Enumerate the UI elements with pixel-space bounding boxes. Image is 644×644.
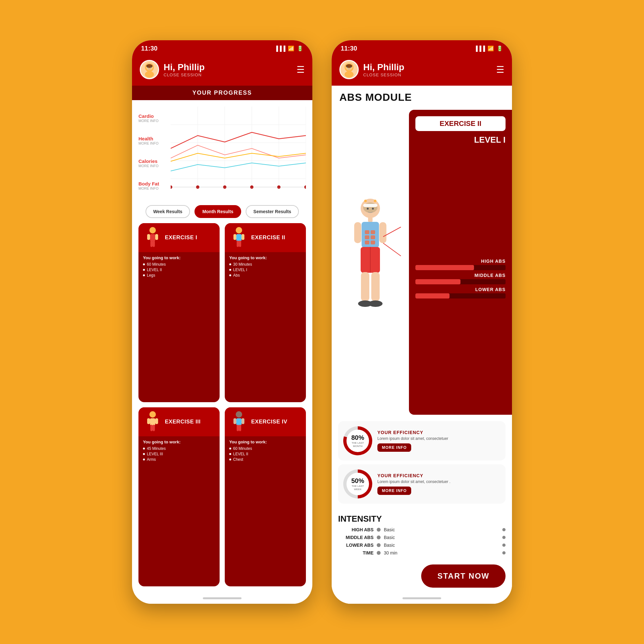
svg-point-40 [236,411,242,418]
menu-button-2[interactable]: ☰ [496,64,504,75]
svg-rect-60 [362,222,379,248]
svg-rect-41 [236,418,241,425]
abs-bar-high: HIGH ABS [415,259,506,270]
chart-labels: Cardio MORE INFO Health MORE INFO Calori… [138,107,171,197]
svg-rect-71 [361,272,369,301]
svg-point-5 [145,71,154,78]
exercise-card-2: EXERCISE II You going to work: 30 Minute… [225,223,306,402]
exercise-title-3: EXERCISE III [165,419,201,425]
exercises-grid: EXERCISE I You going to work: 60 Minutes… [132,223,312,593]
svg-rect-67 [354,222,361,243]
efficiency-text-2: YOUR EFFICIENCY Lorem ipsum dolor sit am… [377,473,500,495]
header-text-2: Hi, Phillip CLOSE SESSION [363,62,492,77]
battery-icon-2: 🔋 [497,45,503,52]
exercise-card-3: EXERCISE III You going to work: 45 Minut… [138,407,220,586]
label-calories: Calories MORE INFO [138,158,167,168]
svg-rect-63 [365,235,369,239]
abs-bars: HIGH ABS MIDDLE ABS LOWER ABS [415,149,506,408]
exercise-card-header-2: EXERCISE II [225,223,306,252]
exercise-card-header-3: EXERCISE III [138,407,220,436]
efficiency-card-2: 50% THE LASTWEEK YOUR EFFICIENCY Lorem i… [338,464,506,504]
menu-button-1[interactable]: ☰ [297,64,305,75]
label-bodyfat: Body Fat MORE INFO [138,181,167,190]
svg-point-51 [345,71,354,78]
home-indicator-2 [403,597,441,599]
intensity-row-lower: LOWER ABS Basic [338,543,506,548]
home-bar-1 [132,593,312,604]
intensity-row-high: HIGH ABS Basic [338,527,506,532]
status-bar-1: 11:30 ▐▐▐ 📶 🔋 [132,40,312,55]
label-health: Health MORE INFO [138,136,167,145]
svg-rect-39 [153,425,155,431]
label-cardio: Cardio MORE INFO [138,113,167,123]
chart-svg [171,107,306,197]
svg-rect-59 [368,217,373,222]
exercise-body-1: You going to work: 60 Minutes LEVEL II L… [138,252,220,279]
svg-point-55 [364,200,367,202]
intensity-section: INTENSITY HIGH ABS Basic MIDDLE ABS Basi… [332,511,512,561]
tab-month[interactable]: Month Results [194,205,241,218]
svg-point-49 [347,66,348,68]
exercise-title-4: EXERCISE IV [251,419,287,425]
status-icons-1: ▐▐▐ 📶 🔋 [274,45,303,52]
svg-point-56 [374,200,376,202]
svg-rect-24 [147,234,150,240]
svg-rect-31 [241,234,244,240]
home-bar-2 [332,593,512,604]
avatar-1 [140,60,159,79]
svg-rect-54 [363,204,377,207]
more-info-btn-2[interactable]: MORE INFO [377,487,411,495]
tab-semester[interactable]: Semester Results [246,205,299,218]
svg-rect-23 [150,234,155,241]
svg-rect-26 [150,241,153,247]
circle-80: 80% THE LASTMONTH [343,426,372,455]
exercise-avatar-1 [143,226,162,249]
svg-rect-36 [147,418,150,424]
efficiency-section: 80% THE LASTMONTH YOUR EFFICIENCY Lorem … [332,418,512,511]
svg-rect-72 [371,272,380,301]
svg-rect-38 [150,425,153,431]
results-tabs: Week Results Month Results Semester Resu… [132,200,312,223]
home-indicator-1 [203,597,241,599]
phone-1: 11:30 ▐▐▐ 📶 🔋 Hi, Phillip CLOSE SESSION … [132,40,312,604]
svg-rect-37 [155,418,158,424]
svg-rect-62 [371,230,375,234]
svg-point-3 [147,66,148,68]
abs-bar-middle: MIDDLE ABS [415,273,506,284]
signal-icon: ▐▐▐ [274,46,285,52]
chart-area: Cardio MORE INFO Health MORE INFO Calori… [132,100,312,200]
phone2-main: ABS MODULE [332,86,512,604]
exercise-title-1: EXERCISE I [165,234,197,241]
exercise-card-header-4: EXERCISE IV [225,407,306,436]
abs-figure [332,107,409,418]
phone-2: 11:30 ▐▐▐ 📶 🔋 Hi, Phillip CLOSE SESSION … [332,40,512,604]
abs-info-panel: EXERCISE II LEVEL I HIGH ABS MIDDLE ABS … [409,110,512,415]
exercise-title-2: EXERCISE II [251,234,285,241]
session-label-2: CLOSE SESSION [363,72,492,77]
svg-rect-65 [365,241,369,244]
session-label-1: CLOSE SESSION [164,72,292,77]
header-2: Hi, Phillip CLOSE SESSION ☰ [332,55,512,86]
abs-body: EXERCISE II LEVEL I HIGH ABS MIDDLE ABS … [332,107,512,418]
user-name-1: Hi, Phillip [164,62,292,72]
more-info-btn-1[interactable]: MORE INFO [377,443,411,452]
start-now-button[interactable]: START NOW [421,564,506,588]
exercise-avatar-2 [229,226,249,249]
battery-icon: 🔋 [297,45,303,52]
svg-rect-35 [150,418,155,425]
progress-title: YOUR PROGRESS [132,86,312,100]
svg-line-76 [383,243,401,256]
abs-header: ABS MODULE [332,86,512,107]
exercise-body-3: You going to work: 45 Minutes LEVEL III … [138,436,220,463]
time-1: 11:30 [141,45,157,52]
level-text: LEVEL I [415,135,506,145]
svg-point-4 [150,66,152,68]
svg-point-57 [367,208,369,210]
svg-rect-25 [155,234,158,240]
exercise-card-4: EXERCISE IV You going to work: 60 Minute… [225,407,306,586]
wifi-icon: 📶 [288,45,294,52]
tab-week[interactable]: Week Results [146,205,190,218]
exercise-badge: EXERCISE II [415,116,506,131]
status-icons-2: ▐▐▐ 📶 🔋 [474,45,503,52]
svg-rect-45 [239,425,241,431]
